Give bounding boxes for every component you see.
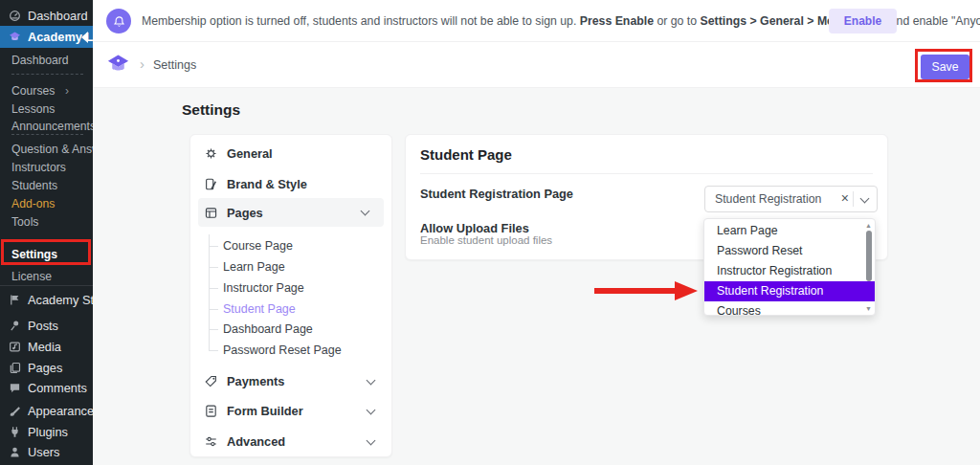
nav-item-brand-style[interactable]: Brand & Style <box>190 173 391 194</box>
nav-child-instructor-page[interactable]: Instructor Page <box>223 281 304 295</box>
settings-nav-card: General Brand & Style Pages Course Page … <box>189 134 392 457</box>
content-area: Settings General Brand & Style Pages <box>93 88 980 465</box>
dropdown-option-instructor-registration[interactable]: Instructor Registration <box>704 261 875 281</box>
nav-item-pages[interactable]: Pages <box>198 198 384 227</box>
chevron-down-icon <box>367 376 376 386</box>
tree-tick <box>209 309 218 310</box>
nav-child-dashboard-page[interactable]: Dashboard Page <box>223 322 313 336</box>
clear-selection-icon[interactable]: × <box>841 187 849 211</box>
sidebar-item-posts[interactable]: Posts <box>0 315 93 336</box>
nav-child-student-page[interactable]: Student Page <box>223 302 296 316</box>
arrow-body <box>594 288 677 294</box>
sidebar-sub-students[interactable]: Students <box>0 176 93 195</box>
sidebar-item-pages[interactable]: Pages <box>0 357 93 378</box>
tree-line <box>209 234 210 351</box>
bell-badge <box>106 9 131 33</box>
sidebar-item-comments[interactable]: Comments <box>0 377 93 398</box>
sidebar-sub-tools[interactable]: Tools <box>0 212 93 232</box>
flag-icon <box>9 294 21 306</box>
annotation-arrow <box>594 281 698 300</box>
panel-title: Student Page <box>420 146 512 163</box>
tree-tick <box>209 350 218 351</box>
plug-icon <box>9 426 21 438</box>
divider <box>11 134 83 135</box>
wp-admin-sidebar: Dashboard Academy LMS Dashboard Courses … <box>0 0 93 465</box>
registration-page-dropdown: Learn Page Password Reset Instructor Reg… <box>703 218 876 316</box>
graduation-cap-icon <box>9 31 21 43</box>
sidebar-item-wp-dashboard[interactable]: Dashboard <box>0 5 93 26</box>
page-title: Settings <box>182 101 240 119</box>
nav-item-payments[interactable]: Payments <box>190 370 391 391</box>
pages-icon <box>9 362 21 374</box>
selected-value: Student Registration <box>715 187 821 211</box>
sidebar-sub-courses[interactable]: Courses › <box>0 81 93 100</box>
allow-upload-label: Allow Upload Files <box>420 221 529 235</box>
nav-item-form-builder[interactable]: Form Builder <box>190 400 391 421</box>
nav-item-general[interactable]: General <box>190 143 391 164</box>
sidebar-sub-instructors[interactable]: Instructors <box>0 158 93 177</box>
registration-page-select[interactable]: Student Registration × <box>704 186 878 212</box>
chevron-down-icon <box>367 406 376 415</box>
dropdown-option-student-registration[interactable]: Student Registration <box>704 281 875 301</box>
annotation-box-settings <box>1 239 91 265</box>
dropdown-option-password-reset[interactable]: Password Reset <box>704 241 875 261</box>
active-menu-arrow <box>81 32 88 43</box>
annotation-box-save: Save <box>915 49 972 82</box>
chevron-down-icon <box>361 207 370 216</box>
tag-icon <box>204 374 218 388</box>
chevron-down-icon[interactable] <box>860 194 870 204</box>
chevron-right-icon: › <box>65 84 69 98</box>
media-icon <box>9 341 21 353</box>
registration-page-label: Student Registration Page <box>420 187 573 201</box>
sidebar-item-users[interactable]: Users <box>0 441 93 462</box>
comment-icon <box>9 382 21 394</box>
paintbrush-icon <box>9 405 21 417</box>
sidebar-item-academy-starter[interactable]: Academy Starter <box>0 289 93 310</box>
nav-child-learn-page[interactable]: Learn Page <box>223 260 285 274</box>
sidebar-sub-dashboard[interactable]: Dashboard <box>0 51 93 70</box>
scroll-down-icon[interactable]: ▼ <box>864 304 873 313</box>
nav-item-advanced[interactable]: Advanced <box>190 431 391 452</box>
sidebar-sub-license[interactable]: License <box>0 267 93 286</box>
tree-tick <box>209 267 218 268</box>
sidebar-item-appearance[interactable]: Appearance <box>0 400 93 421</box>
breadcrumb[interactable]: Settings <box>153 42 196 88</box>
dropdown-option-courses[interactable]: Courses <box>704 301 875 316</box>
save-button[interactable]: Save <box>921 55 969 79</box>
nav-child-password-reset-page[interactable]: Password Reset Page <box>223 343 342 357</box>
user-icon <box>9 446 21 458</box>
pushpin-icon <box>9 320 21 332</box>
chevron-down-icon <box>367 436 376 446</box>
divider <box>11 74 83 75</box>
pages-table-icon <box>204 206 218 220</box>
divider <box>420 173 873 174</box>
divider <box>0 285 93 286</box>
gear-icon <box>204 146 218 161</box>
tree-tick <box>209 246 218 247</box>
sidebar-item-academy-lms[interactable]: Academy LMS <box>0 26 93 48</box>
chevron-right-icon: › <box>140 42 145 88</box>
scrollbar-thumb[interactable] <box>866 231 872 281</box>
dashboard-icon <box>9 10 21 22</box>
tree-tick <box>209 329 218 330</box>
scroll-up-icon[interactable]: ▲ <box>864 221 873 230</box>
bell-icon <box>112 14 126 29</box>
sidebar-sub-announcements[interactable]: Announcements <box>0 117 93 136</box>
sidebar-sub-lessons[interactable]: Lessons <box>0 100 93 119</box>
dropdown-option-learn-page[interactable]: Learn Page <box>704 221 875 241</box>
page-header: › Settings Save <box>93 42 980 88</box>
brand-style-icon <box>204 177 218 191</box>
notification-bar: Membership option is turned off, student… <box>93 0 980 42</box>
enable-button[interactable]: Enable <box>829 9 897 33</box>
sidebar-item-label: Dashboard <box>28 9 88 23</box>
form-document-icon <box>204 404 218 418</box>
sidebar-sub-add-ons[interactable]: Add-ons <box>0 194 93 213</box>
sidebar-sub-question-answer[interactable]: Question & Answer <box>0 140 93 159</box>
nav-child-course-page[interactable]: Course Page <box>223 239 293 253</box>
academy-lms-logo-icon <box>105 52 131 78</box>
sidebar-item-media[interactable]: Media <box>0 336 93 357</box>
divider <box>853 191 854 207</box>
arrow-head <box>675 281 698 300</box>
dropdown-scrollbar[interactable]: ▲ ▼ <box>864 220 873 314</box>
sidebar-item-plugins[interactable]: Plugins <box>0 421 93 442</box>
